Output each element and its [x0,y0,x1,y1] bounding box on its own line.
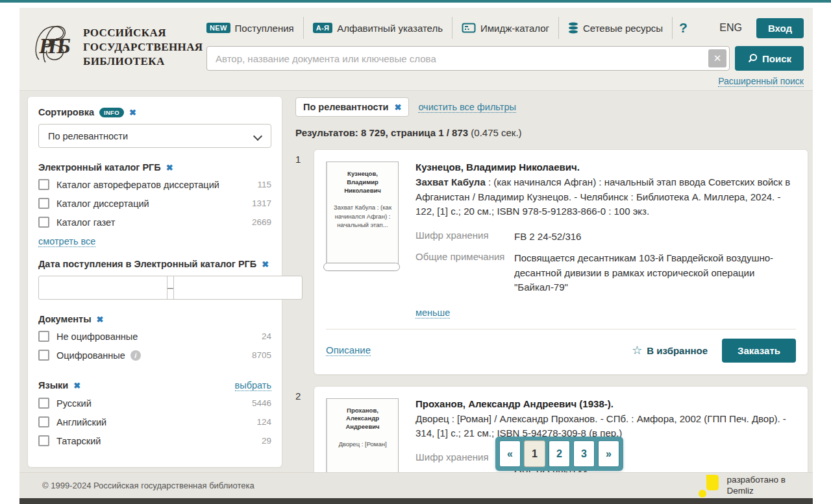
pagination-page-1[interactable]: 1 [524,440,545,467]
date-from-input[interactable] [38,276,167,300]
remove-catalog-filter-icon[interactable] [166,163,173,173]
cover-author: Кузнецов, Владимир Николаевич [332,170,393,195]
nav-network-label: Сетевые ресурсы [583,23,663,34]
logo-area[interactable]: РГБ РОССИЙСКАЯ ГОСУДАРСТВЕННАЯ БИБЛИОТЕК… [30,19,203,70]
search-button[interactable]: Поиск [735,46,804,71]
record-author[interactable]: Проханов, Александр Андреевич (1938-). [416,398,796,409]
filter-row-russian: Русский 5446 [38,398,271,409]
filter-label[interactable]: Не оцифрованные [56,331,138,342]
nav-item-new-arrivals[interactable]: NEW Поступления [206,23,303,34]
checkbox[interactable] [38,331,49,342]
filter-count: 124 [256,417,271,427]
remove-sort-icon[interactable] [129,108,136,117]
checkbox[interactable] [38,198,49,209]
bottom-dark-bar [19,498,813,504]
search-input[interactable] [206,46,730,71]
filter-count: 5446 [252,398,271,408]
checkbox[interactable] [38,350,49,361]
developer-text: разработано в Demliz [727,475,786,497]
info-badge[interactable]: INFO [99,108,124,117]
remove-languages-filter-icon[interactable] [73,381,81,390]
top-navigation: NEW Поступления А-Я Алфавитный указатель [206,16,804,40]
pagination-prev[interactable]: « [499,440,521,467]
sort-select[interactable]: По релевантности [38,124,271,148]
header-main: NEW Поступления А-Я Алфавитный указатель [206,16,804,87]
login-button[interactable]: Вход [756,18,804,38]
filter-row-newspapers: Каталог газет 2669 [38,217,271,228]
filter-row-not-digitized: Не оцифрованные 24 [38,331,271,342]
filter-label[interactable]: Татарский [56,436,101,446]
advanced-search-row: Расширенный поиск [206,75,804,87]
cover-title: Захват Кабула : (как начинался Афган) : … [332,203,393,229]
pagination-page-2[interactable]: 2 [549,440,570,467]
date-to-input[interactable] [173,276,303,300]
pagination-page-3[interactable]: 3 [573,440,595,467]
close-icon [713,53,722,64]
record-author[interactable]: Кузнецов, Владимир Николаевич. [416,162,796,173]
add-to-favorites[interactable]: В избранное [632,343,708,357]
developer-credit[interactable]: разработано в Demliz [697,473,786,499]
remove-chip-icon[interactable] [394,102,401,112]
checkbox[interactable] [38,416,49,427]
clear-search-button[interactable] [708,49,726,67]
nav-item-network-resources[interactable]: Сетевые ресурсы [559,22,672,34]
nav-item-alphabetical-index[interactable]: А-Я Алфавитный указатель [304,23,452,34]
field-label: Общие примечания [416,251,514,295]
book-thumbnail[interactable]: Кузнецов, Владимир Николаевич Захват Каб… [326,162,399,318]
search-box [206,46,730,71]
choose-languages-link[interactable]: выбрать [235,380,271,391]
pagination: « 1 2 3 » [495,437,623,471]
filter-label[interactable]: Каталог газет [56,217,115,228]
language-switch-eng[interactable]: ENG [719,22,742,34]
developer-line-1: разработано в [727,475,786,486]
pagination-next[interactable]: » [598,440,619,467]
show-less-link[interactable]: меньше [416,307,450,318]
checkbox[interactable] [38,179,49,190]
filter-label[interactable]: Английский [56,417,106,427]
brand-line-2: ГОСУДАРСТВЕННАЯ [83,40,203,54]
help-icon[interactable]: ? [673,20,694,36]
results-summary: Результатов: 8 729, страница 1 / 873 (0.… [295,127,808,138]
filter-label[interactable]: Оцифрованные [56,350,125,361]
active-filters-row: По релевантности очистить все фильтры [295,97,808,117]
results-count: Результатов: 8 729, страница 1 / 873 [295,127,468,138]
filter-label[interactable]: Каталог авторефератов диссертаций [56,180,219,190]
results-time: (0.475 сек.) [471,127,521,138]
checkbox[interactable] [38,435,49,446]
filter-row-dissertations: Каталог диссертаций 1317 [38,198,271,209]
clear-all-filters-link[interactable]: очистить все фильтры [418,102,516,113]
top-accent-bar [0,0,831,3]
nav-item-image-catalog[interactable]: Имидж-каталог [453,23,558,34]
result-number: 1 [295,149,314,375]
order-button[interactable]: Заказать [722,339,796,363]
filter-count: 24 [262,331,271,341]
checkbox[interactable] [38,217,49,228]
new-badge: NEW [206,23,230,33]
filter-label[interactable]: Каталог диссертаций [56,198,149,209]
description-link[interactable]: Описание [326,344,371,356]
nav-new-label: Поступления [235,23,294,34]
svg-text:РГБ: РГБ [38,34,70,58]
filters-sidebar: Сортировка INFO По релевантности Электро… [27,96,282,468]
advanced-search-link[interactable]: Расширенный поиск [718,76,804,87]
record-description: Захват Кабула : (как начинался Афган) : … [416,175,796,219]
languages-title-label: Языки [38,380,68,390]
brand-line-1: РОССИЙСКАЯ [83,26,203,40]
record-description-text: Дворец : [Роман] / Александр Проханов. -… [416,413,786,439]
search-button-label: Поиск [762,53,791,64]
remove-documents-filter-icon[interactable] [97,315,104,324]
info-icon[interactable] [130,350,141,361]
record-title[interactable]: Захват Кабула [416,176,486,187]
filter-label[interactable]: Русский [56,398,92,409]
filter-row-digitized: Оцифрованные 8705 [38,350,271,361]
checkbox[interactable] [38,398,49,409]
active-filter-chip[interactable]: По релевантности [295,97,409,117]
brand-line-3: БИБЛИОТЕКА [83,54,203,69]
filter-row-english: Английский 124 [38,416,271,427]
see-all-link[interactable]: смотреть все [38,236,95,247]
rsl-monogram-logo: РГБ [30,19,74,70]
remove-date-filter-icon[interactable] [262,259,269,269]
filter-count: 2669 [252,217,271,227]
catalog-title-label: Электронный каталог РГБ [38,162,161,173]
page: РГБ РОССИЙСКАЯ ГОСУДАРСТВЕННАЯ БИБЛИОТЕК… [19,8,813,504]
